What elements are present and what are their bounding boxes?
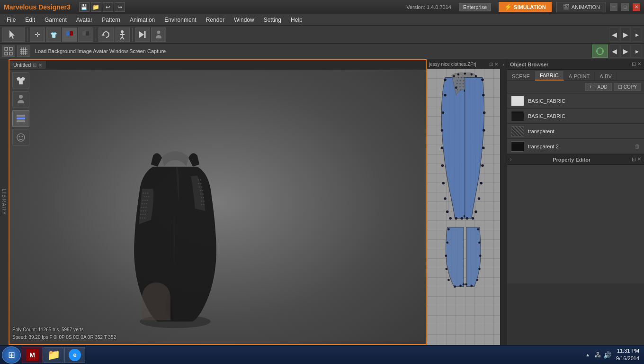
tab-fabric[interactable]: FABRIC (535, 71, 564, 81)
svg-point-71 (201, 200, 203, 202)
avatar-view-btn[interactable] (12, 91, 29, 108)
avatar-tool[interactable] (151, 27, 166, 42)
menu-animation[interactable]: Animation (125, 16, 160, 24)
rotate-tool[interactable] (98, 27, 114, 42)
tab-abv[interactable]: A-BV (595, 72, 617, 81)
pe-expand-icon[interactable]: › (510, 157, 511, 162)
svg-point-44 (142, 203, 143, 205)
network-icon[interactable]: 🖧 (595, 351, 601, 359)
menu-environment[interactable]: Environment (160, 16, 201, 24)
fabric-delete-icon[interactable]: 🗑 (635, 143, 640, 150)
tab-apoint[interactable]: A-POINT (564, 72, 595, 81)
menu-garment[interactable]: Garment (40, 16, 72, 24)
viewport-2d-expand[interactable]: ⊡ (489, 62, 493, 67)
simulation-button[interactable]: ⚡ SIMULATION (499, 2, 552, 12)
pe-expand-btn[interactable]: ⊡ (632, 156, 636, 163)
svg-point-46 (146, 203, 147, 205)
app-logo: Marvelous Designer3 💾 📁 ↩ ↪ (4, 2, 125, 12)
close-button[interactable]: ✕ (633, 3, 640, 11)
animation-button[interactable]: 🎬 ANIMATION (556, 2, 606, 12)
panel-toggle-arrow[interactable]: › (500, 59, 507, 345)
fabric-item[interactable]: transparent 2 🗑 (507, 139, 644, 154)
svg-point-146 (479, 255, 482, 257)
viewport-left-icons (12, 72, 29, 146)
nav-next-3d[interactable]: ▶ (620, 27, 631, 42)
select-move-tool[interactable] (2, 27, 25, 42)
svg-point-126 (481, 164, 484, 167)
shirt-view-btn[interactable] (12, 72, 29, 89)
copy-fabric-btn[interactable]: ☐COPY (614, 83, 641, 91)
svg-rect-18 (9, 52, 12, 55)
menu-help[interactable]: Help (286, 16, 307, 24)
garment-tool[interactable]: 👕 (46, 27, 61, 42)
add-fabric-btn[interactable]: ++ ADD (585, 83, 612, 91)
minimize-button[interactable]: ─ (610, 3, 617, 11)
face-view-btn[interactable] (12, 129, 29, 146)
viewport-3d-close[interactable]: ✕ (38, 63, 42, 68)
start-button[interactable]: ⊞ (2, 346, 21, 364)
nav-prev-3d[interactable]: ◀ (609, 27, 619, 42)
fabric-item[interactable]: BASIC_FABRIC (507, 109, 644, 124)
move-tool[interactable]: ✛ (30, 27, 45, 42)
svg-point-150 (465, 283, 467, 286)
menu-edit[interactable]: Edit (20, 16, 40, 24)
taskbar-clock[interactable]: 11:31 PM 9/16/2014 (616, 347, 639, 362)
viewport-2d[interactable]: jessy nice clothes.ZPrj ⊡ ✕ (427, 59, 500, 345)
title-undo-icon[interactable]: ↩ (103, 2, 113, 12)
poly-count-overlay: Poly Count: 11265 tris, 5987 verts Speed… (12, 326, 116, 341)
viewport-3d-expand[interactable]: ⊡ (33, 63, 36, 68)
svg-point-60 (200, 179, 201, 181)
menu-setting[interactable]: Setting (259, 16, 286, 24)
fabric-item[interactable]: transparent (507, 124, 644, 139)
nav-arrow-left-2[interactable]: ◀ (609, 45, 619, 58)
viewport-3d[interactable]: Untitled ⊡ ✕ (9, 59, 427, 345)
taskbar-app-marvelous[interactable]: M (22, 347, 43, 363)
svg-point-139 (454, 285, 456, 288)
fabric-item[interactable]: BASIC_FABRIC (507, 93, 644, 109)
volume-icon[interactable]: 🔊 (603, 351, 611, 359)
svg-point-124 (483, 129, 485, 132)
svg-point-129 (474, 210, 477, 213)
dress-3d-model (104, 131, 246, 330)
fabric-paint-tool[interactable] (62, 27, 77, 42)
menu-file[interactable]: File (2, 16, 20, 24)
menu-window[interactable]: Window (229, 16, 259, 24)
taskbar-app-folder[interactable]: 📁 (44, 347, 63, 363)
taskbar-app-ie[interactable]: e (64, 347, 85, 363)
title-open-icon[interactable]: 📁 (91, 2, 101, 12)
menu-render[interactable]: Render (201, 16, 229, 24)
svg-point-36 (145, 192, 146, 194)
taskbar-show-hidden[interactable]: ▲ (585, 352, 590, 357)
edit-tool[interactable] (78, 27, 93, 42)
svg-point-102 (459, 83, 461, 84)
title-save-icon[interactable]: 💾 (79, 2, 89, 12)
nav-expand-3d[interactable]: ▸ (632, 27, 642, 42)
ob-close-icon[interactable]: ✕ (637, 61, 641, 67)
pose-tool[interactable] (115, 27, 130, 42)
svg-point-73 (201, 204, 203, 206)
ob-expand-icon[interactable]: ⊡ (632, 61, 636, 67)
nav-arrow-right-2[interactable]: ▶ (620, 45, 631, 58)
svg-point-42 (144, 200, 146, 201)
toolbar-right-btns: ◀ ▶ ▸ (592, 45, 642, 58)
title-redo-icon[interactable]: ↪ (115, 2, 125, 12)
sync-btn[interactable] (592, 45, 608, 58)
svg-point-140 (459, 284, 462, 287)
restore-button[interactable]: □ (621, 3, 629, 11)
nav-expand-2[interactable]: ▸ (632, 45, 642, 58)
svg-point-125 (482, 146, 485, 149)
layer-view-btn[interactable] (12, 110, 29, 127)
pe-close-icon[interactable]: ✕ (637, 156, 641, 163)
grid-snap-btn[interactable] (2, 46, 15, 57)
browser-icon: e (69, 349, 81, 361)
fabric-name: transparent (528, 128, 555, 134)
viewport-2d-close[interactable]: ✕ (494, 62, 498, 67)
menu-pattern[interactable]: Pattern (97, 16, 125, 24)
grid-view-btn[interactable] (17, 46, 30, 57)
viewport-2d-title: jessy nice clothes.ZPrj (429, 62, 476, 67)
tab-scene[interactable]: SCENE (507, 72, 535, 81)
library-panel[interactable]: LIBRARY (0, 59, 9, 345)
menu-avatar[interactable]: Avatar (72, 16, 97, 24)
svg-point-37 (147, 192, 149, 194)
record-tool[interactable] (135, 27, 150, 42)
